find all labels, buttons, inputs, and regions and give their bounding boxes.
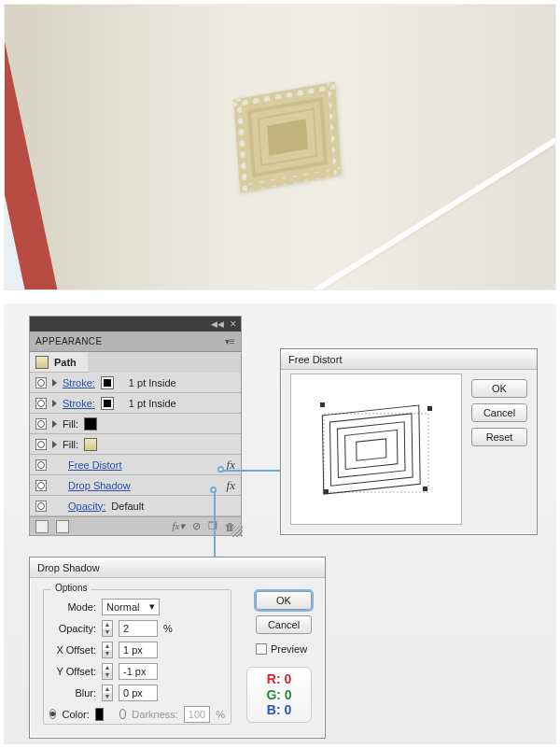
- expand-icon[interactable]: [52, 379, 57, 387]
- mode-select[interactable]: Normal▾: [102, 599, 160, 615]
- artboard-preview: [4, 4, 556, 290]
- stepper[interactable]: ▲▼: [102, 684, 113, 701]
- blur-row: Blur: ▲▼ 0 px: [44, 682, 231, 703]
- xoffset-input[interactable]: 1 px: [119, 642, 158, 658]
- visibility-icon[interactable]: [35, 501, 47, 512]
- color-label: Color:: [62, 709, 89, 720]
- stroke-meta: 1 pt Inside: [129, 377, 176, 388]
- appearance-fill-row[interactable]: Fill:: [30, 414, 241, 434]
- yoffset-input[interactable]: -1 px: [119, 663, 158, 680]
- appearance-stroke-row[interactable]: Stroke: 1 pt Inside: [30, 393, 241, 414]
- no-fill-icon[interactable]: [35, 520, 49, 533]
- stepper[interactable]: ▲▼: [102, 642, 113, 658]
- opacity-label: Opacity:: [49, 623, 96, 634]
- swatch-icon[interactable]: [56, 520, 69, 533]
- appearance-opacity-row[interactable]: Opacity: Default: [30, 496, 241, 516]
- divider: [4, 295, 556, 301]
- fill-swatch[interactable]: [84, 438, 97, 451]
- close-icon[interactable]: ✕: [230, 319, 237, 329]
- preview-checkbox[interactable]: [256, 643, 267, 655]
- effect-drop-shadow[interactable]: Drop Shadow: [68, 480, 131, 491]
- expand-icon[interactable]: [52, 441, 57, 448]
- xoffset-label: X Offset:: [49, 644, 96, 656]
- appearance-effect-row[interactable]: Drop Shadow fx: [30, 475, 241, 496]
- appearance-panel: ◀◀✕ APPEARANCE ▾≡ Path Stroke: 1 pt Insi…: [29, 316, 242, 536]
- stepper[interactable]: ▲▼: [102, 620, 113, 637]
- color-radio[interactable]: [49, 709, 56, 719]
- appearance-target-row[interactable]: Path: [30, 352, 88, 373]
- svg-rect-2: [329, 414, 413, 486]
- opacity-row: Opacity: ▲▼ 2 %: [44, 617, 231, 639]
- mode-label: Mode:: [49, 601, 96, 613]
- svg-rect-1: [322, 405, 420, 494]
- connector-line: [214, 490, 216, 557]
- panel-menu-icon[interactable]: ▾≡: [225, 336, 235, 346]
- visibility-icon[interactable]: [35, 480, 47, 491]
- blur-label: Blur:: [49, 687, 96, 699]
- target-thumb: [35, 356, 49, 369]
- preview-label: Preview: [271, 643, 307, 655]
- blur-input[interactable]: 0 px: [119, 684, 158, 701]
- panel-header[interactable]: APPEARANCE ▾≡: [30, 332, 241, 352]
- distort-wireframe[interactable]: [311, 393, 441, 505]
- color-swatch[interactable]: [95, 708, 104, 721]
- collapse-icon[interactable]: ◀◀: [211, 319, 224, 329]
- yoffset-label: Y Offset:: [49, 666, 96, 677]
- expand-icon[interactable]: [52, 420, 57, 428]
- rgb-g: G: 0: [266, 687, 291, 703]
- darkness-input: 100: [184, 706, 210, 723]
- cancel-button[interactable]: Cancel: [471, 403, 527, 422]
- svg-rect-4: [345, 430, 398, 470]
- color-row: Color: Darkness: 100 %: [44, 703, 231, 725]
- duplicate-icon[interactable]: ❐: [208, 520, 217, 532]
- panel-title: APPEARANCE: [35, 336, 102, 346]
- opacity-input[interactable]: 2: [119, 620, 158, 637]
- options-group: Options Mode: Normal▾ Opacity: ▲▼ 2 % X …: [43, 589, 231, 725]
- clear-icon[interactable]: ⊘: [192, 520, 201, 532]
- visibility-icon[interactable]: [35, 398, 47, 409]
- mode-row: Mode: Normal▾: [44, 596, 231, 617]
- add-fx-icon[interactable]: fx▾: [173, 520, 185, 532]
- stroke-label[interactable]: Stroke:: [63, 398, 95, 409]
- pct-label: %: [216, 709, 225, 720]
- visibility-icon[interactable]: [35, 377, 47, 388]
- visibility-icon[interactable]: [35, 418, 47, 430]
- stroke-swatch[interactable]: [101, 376, 114, 389]
- svg-rect-6: [320, 402, 325, 407]
- opacity-label[interactable]: Opacity:: [68, 501, 105, 512]
- stepper[interactable]: ▲▼: [102, 663, 113, 680]
- svg-rect-5: [357, 439, 386, 460]
- ok-button[interactable]: OK: [471, 379, 527, 398]
- panel-tab-bar[interactable]: ◀◀✕: [30, 317, 241, 332]
- visibility-icon[interactable]: [35, 459, 47, 471]
- dialog-title[interactable]: Free Distort: [281, 349, 537, 370]
- panel-area: ◀◀✕ APPEARANCE ▾≡ Path Stroke: 1 pt Insi…: [4, 303, 556, 744]
- stroke-label[interactable]: Stroke:: [63, 377, 95, 388]
- effect-free-distort[interactable]: Free Distort: [68, 459, 121, 471]
- svg-rect-9: [423, 487, 427, 491]
- ok-button[interactable]: OK: [256, 591, 312, 610]
- free-distort-dialog: Free Distort OK Cancel Res: [280, 348, 538, 535]
- appearance-fill-row[interactable]: Fill:: [30, 434, 241, 455]
- cancel-button[interactable]: Cancel: [256, 615, 312, 634]
- free-distort-preview[interactable]: [290, 374, 462, 525]
- visibility-icon[interactable]: [35, 439, 47, 450]
- stroke-swatch[interactable]: [101, 397, 114, 410]
- stroke-meta: 1 pt Inside: [129, 398, 176, 409]
- svg-rect-8: [324, 489, 329, 494]
- dialog-title[interactable]: Drop Shadow: [30, 557, 325, 578]
- xoffset-row: X Offset: ▲▼ 1 px: [44, 639, 231, 660]
- drop-shadow-dialog: Drop Shadow Options Mode: Normal▾ Opacit…: [29, 557, 326, 739]
- connector-line: [221, 470, 280, 472]
- reset-button[interactable]: Reset: [471, 428, 527, 446]
- expand-icon[interactable]: [52, 400, 57, 407]
- appearance-stroke-row[interactable]: Stroke: 1 pt Inside: [30, 373, 241, 393]
- opacity-value: Default: [111, 501, 144, 512]
- fill-swatch[interactable]: [84, 417, 97, 430]
- appearance-effect-row[interactable]: Free Distort fx: [30, 455, 241, 475]
- resize-grip[interactable]: [231, 526, 243, 537]
- fx-icon[interactable]: fx: [227, 478, 235, 493]
- group-label: Options: [51, 583, 91, 593]
- darkness-radio[interactable]: [119, 709, 126, 719]
- connector-dot: [217, 466, 224, 473]
